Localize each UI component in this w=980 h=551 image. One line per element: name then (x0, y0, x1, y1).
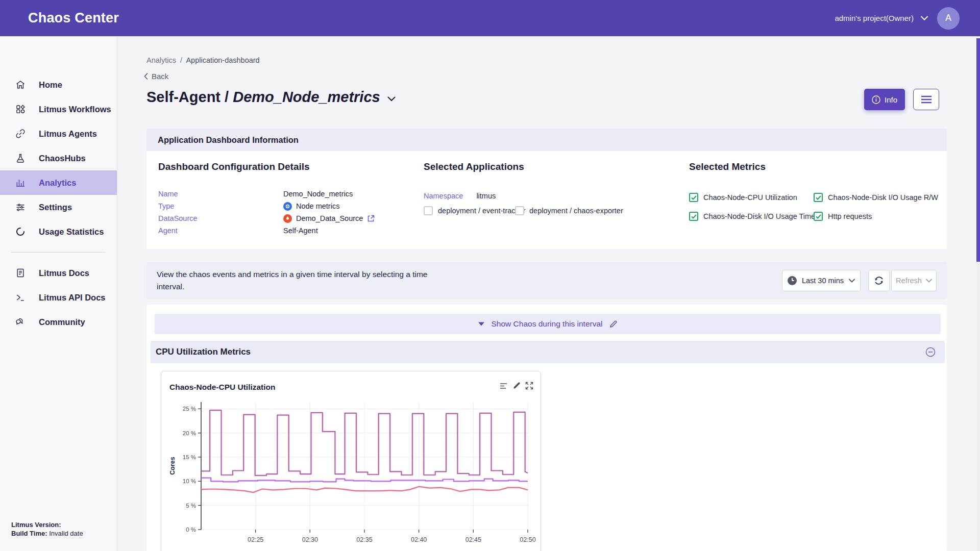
chart-title: Chaos-Node-CPU Utilization (169, 383, 276, 392)
sidebar-item-litmus-docs[interactable]: Litmus Docs (0, 261, 117, 285)
main-content: Analytics / Application-dashboard Back S… (117, 36, 976, 551)
refresh-interval-select[interactable]: Refresh (891, 270, 937, 291)
metric-checkbox-cpu-utilization[interactable]: Chaos-Node-CPU Utilization (689, 193, 797, 202)
checked-checkbox-icon[interactable] (814, 212, 823, 221)
link-icon (15, 129, 26, 139)
clock-icon (788, 276, 797, 285)
title-dashboard-name: Demo_Node_metrics (233, 89, 380, 105)
title-agent: Self-Agent (146, 89, 220, 105)
analytics-icon (15, 178, 26, 188)
metric-checkbox-disk-io-times[interactable]: Chaos-Node-Disk I/O Usage Times (689, 212, 819, 221)
sidebar-item-home[interactable]: Home (0, 72, 117, 97)
metric-checkbox-disk-io-rw[interactable]: Chaos-Node-Disk I/O Usage R/W (814, 193, 938, 202)
app-checkbox-event-tracker[interactable]: deployment / event-tracker (424, 206, 526, 215)
unchecked-checkbox-icon[interactable] (424, 206, 433, 215)
litmus-version-label: Litmus Version: (11, 521, 61, 529)
config-datasource-label: DataSource (158, 214, 283, 222)
cpu-utilization-section-header: CPU Utilization Metrics (151, 341, 945, 363)
metric-checkbox-http-requests[interactable]: Http requests (814, 212, 872, 221)
loader-circle-icon (15, 227, 26, 237)
svg-text:20 %: 20 % (183, 430, 196, 436)
page-title: Self-Agent / Demo_Node_metrics (146, 89, 380, 106)
app-checkbox-chaos-exporter[interactable]: deployment / chaos-exporter (515, 206, 623, 215)
scrollbar-track[interactable] (976, 36, 980, 551)
show-chaos-toggle[interactable]: Show Chaos during this interval (155, 314, 941, 334)
cpu-utilization-chart[interactable]: 0 %5 %10 %15 %20 %25 %02:2502:3002:3502:… (163, 396, 536, 549)
checked-checkbox-icon[interactable] (689, 193, 698, 202)
build-time-value: Invalid date (49, 530, 83, 537)
namespace-label: Namespace (424, 192, 463, 200)
checked-checkbox-icon[interactable] (814, 193, 823, 202)
namespace-row: Namespace litmus (424, 192, 496, 200)
sidebar-item-analytics[interactable]: Analytics (0, 170, 117, 195)
dashboard-info-panel-title: Application Dashboard Information (146, 129, 947, 151)
metrics-section: Show Chaos during this interval CPU Util… (146, 305, 947, 551)
edit-pencil-icon[interactable] (609, 320, 617, 328)
avatar[interactable]: A (937, 7, 960, 30)
sidebar: Home Litmus Workflows Litmus Agents Chao… (0, 36, 117, 551)
svg-text:02:35: 02:35 (356, 536, 372, 543)
sidebar-item-litmus-api-docs[interactable]: Litmus API Docs (0, 285, 117, 310)
sliders-icon (15, 202, 26, 212)
config-type-value: Node metrics (283, 202, 339, 211)
refresh-now-button[interactable] (868, 270, 890, 291)
sidebar-item-usage-statistics[interactable]: Usage Statistics (0, 219, 117, 244)
unchecked-checkbox-icon[interactable] (515, 206, 524, 215)
terminal-icon (15, 292, 26, 303)
project-selector[interactable]: admin's project(Owner) (835, 14, 928, 22)
sidebar-item-community[interactable]: Community (0, 310, 117, 334)
sidebar-item-settings[interactable]: Settings (0, 195, 117, 219)
hamburger-menu-icon (921, 95, 932, 104)
svg-text:25 %: 25 % (183, 406, 196, 412)
svg-text:0 %: 0 % (186, 527, 196, 533)
info-icon (872, 95, 880, 104)
breadcrumb-analytics[interactable]: Analytics (146, 56, 176, 64)
chevron-down-icon (849, 279, 855, 283)
time-interval-description: View the chaos events and metrics in a g… (157, 268, 427, 293)
external-link-icon[interactable] (367, 215, 375, 222)
config-name-label: Name (158, 190, 283, 198)
title-chevron-down-icon[interactable] (387, 96, 396, 102)
cpu-utilization-chart-card: Chaos-Node-CPU Utilization 0 %5 %10 %15 … (161, 371, 541, 551)
chart-legend-icon[interactable] (499, 382, 508, 390)
dashboard-info-panel: Application Dashboard Information Dashbo… (146, 129, 947, 249)
home-icon (15, 80, 26, 90)
svg-text:02:45: 02:45 (465, 536, 481, 543)
checked-checkbox-icon[interactable] (689, 212, 698, 221)
build-time-label: Build Time: (11, 530, 47, 537)
svg-text:10 %: 10 % (183, 478, 196, 484)
chart-edit-pencil-icon[interactable] (512, 382, 521, 390)
config-details-title: Dashboard Configuration Details (158, 161, 310, 172)
namespace-value: litmus (476, 192, 496, 200)
chat-bubbles-icon (15, 317, 26, 327)
config-agent-label: Agent (158, 227, 283, 235)
config-agent-value: Self-Agent (283, 227, 318, 235)
breadcrumb-current: Application-dashboard (186, 56, 259, 64)
info-button[interactable]: Info (864, 89, 905, 110)
chart-expand-icon[interactable] (525, 382, 533, 390)
flask-icon (15, 153, 26, 163)
triangle-down-icon (478, 322, 484, 326)
refresh-icon (874, 276, 884, 286)
config-name-value: Demo_Node_metrics (283, 190, 353, 198)
svg-text:02:25: 02:25 (248, 536, 263, 543)
time-range-select[interactable]: Last 30 mins (782, 270, 861, 291)
cpu-section-title: CPU Utilization Metrics (156, 347, 925, 357)
chevron-left-icon (144, 73, 148, 80)
config-datasource-value: Demo_Data_Source (283, 214, 375, 223)
back-button[interactable]: Back (144, 72, 168, 81)
sidebar-item-litmus-agents[interactable]: Litmus Agents (0, 121, 117, 146)
scrollbar-thumb[interactable] (976, 38, 980, 262)
version-info: Litmus Version: Build Time: Invalid date (11, 520, 83, 538)
selected-metrics-title: Selected Metrics (689, 161, 766, 172)
app-header: Chaos Center admin's project(Owner) A (0, 0, 980, 36)
chevron-down-icon (921, 16, 928, 20)
dashboard-menu-button[interactable] (913, 89, 939, 110)
prometheus-icon (283, 214, 292, 223)
sidebar-item-litmus-workflows[interactable]: Litmus Workflows (0, 97, 117, 121)
collapse-section-button[interactable] (925, 347, 936, 357)
sidebar-item-chaoshubs[interactable]: ChaosHubs (0, 146, 117, 170)
svg-text:5 %: 5 % (186, 503, 196, 509)
document-icon (15, 268, 26, 278)
brand-title: Chaos Center (28, 10, 119, 26)
